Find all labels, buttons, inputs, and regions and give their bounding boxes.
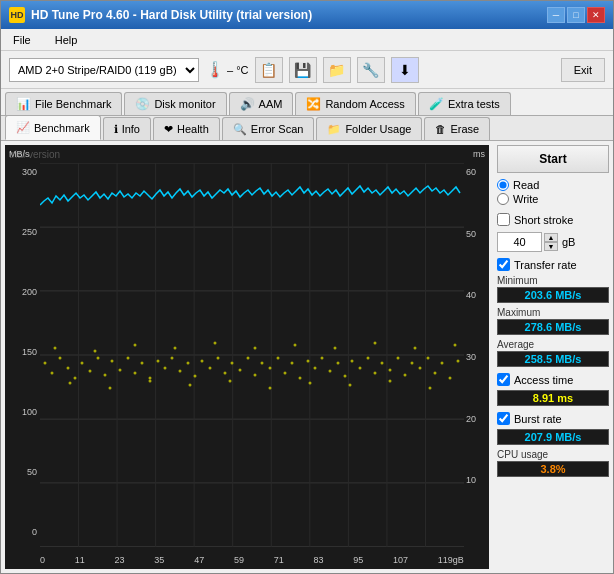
short-stroke-checkbox[interactable] xyxy=(497,213,510,226)
maximize-button[interactable]: □ xyxy=(567,7,585,23)
tab-error-scan[interactable]: 🔍 Error Scan xyxy=(222,117,315,140)
svg-point-65 xyxy=(404,374,407,377)
svg-point-70 xyxy=(441,362,444,365)
svg-point-46 xyxy=(261,362,264,365)
tab-erase[interactable]: 🗑 Erase xyxy=(424,117,490,140)
minimum-section: Minimum 203.6 MB/s xyxy=(497,275,609,303)
svg-point-72 xyxy=(457,360,460,363)
minimum-label: Minimum xyxy=(497,275,609,286)
svg-point-18 xyxy=(51,372,54,375)
read-label: Read xyxy=(513,179,539,191)
access-time-checkbox[interactable] xyxy=(497,373,510,386)
burst-rate-section: 207.9 MB/s xyxy=(497,429,609,445)
svg-point-76 xyxy=(174,347,177,350)
toolbar-btn-4[interactable]: 🔧 xyxy=(357,57,385,83)
title-bar: HD HD Tune Pro 4.60 - Hard Disk Utility … xyxy=(1,1,613,29)
svg-point-39 xyxy=(209,367,212,370)
tab-disk-monitor[interactable]: 💿 Disk monitor xyxy=(124,92,226,115)
svg-point-69 xyxy=(434,372,437,375)
menu-bar: File Help xyxy=(1,29,613,51)
svg-point-71 xyxy=(449,377,452,380)
cpu-usage-section: CPU usage 3.8% xyxy=(497,449,609,477)
drive-select[interactable]: AMD 2+0 Stripe/RAID0 (119 gB) xyxy=(9,58,199,82)
toolbar-btn-2[interactable]: 💾 xyxy=(289,57,317,83)
svg-point-26 xyxy=(111,360,114,363)
maximum-value: 278.6 MB/s xyxy=(497,319,609,335)
svg-point-44 xyxy=(247,357,250,360)
svg-point-91 xyxy=(349,384,352,387)
window-title: HD Tune Pro 4.60 - Hard Disk Utility (tr… xyxy=(31,8,312,22)
maximum-label: Maximum xyxy=(497,307,609,318)
tab-random-access[interactable]: 🔀 Random Access xyxy=(295,92,415,115)
transfer-rate-label: Transfer rate xyxy=(514,259,577,271)
exit-button[interactable]: Exit xyxy=(561,58,605,82)
short-stroke-label: Short stroke xyxy=(514,214,573,226)
svg-point-31 xyxy=(149,377,152,380)
toolbar-btn-1[interactable]: 📋 xyxy=(255,57,283,83)
svg-point-28 xyxy=(127,357,130,360)
svg-point-32 xyxy=(157,360,160,363)
svg-point-75 xyxy=(134,344,137,347)
y-axis-unit-right: ms xyxy=(473,149,485,159)
svg-point-84 xyxy=(69,382,72,385)
svg-point-24 xyxy=(97,357,100,360)
menu-help[interactable]: Help xyxy=(51,32,82,48)
toolbar-btn-3[interactable]: 📁 xyxy=(323,57,351,83)
write-radio[interactable] xyxy=(497,193,509,205)
svg-point-51 xyxy=(299,377,302,380)
burst-rate-checkbox[interactable] xyxy=(497,412,510,425)
tab-aam[interactable]: 🔊 AAM xyxy=(229,92,294,115)
svg-point-83 xyxy=(454,344,457,347)
toolbar-btn-5[interactable]: ⬇ xyxy=(391,57,419,83)
toolbar: AMD 2+0 Stripe/RAID0 (119 gB) 🌡️ – °C 📋 … xyxy=(1,51,613,89)
svg-point-78 xyxy=(254,347,257,350)
start-button[interactable]: Start xyxy=(497,145,609,173)
read-radio[interactable] xyxy=(497,179,509,191)
svg-point-48 xyxy=(277,357,280,360)
svg-point-85 xyxy=(109,387,112,390)
svg-point-59 xyxy=(359,367,362,370)
svg-point-52 xyxy=(307,360,310,363)
svg-point-53 xyxy=(314,367,317,370)
transfer-rate-checkbox[interactable] xyxy=(497,258,510,271)
tab-extra-tests[interactable]: 🧪 Extra tests xyxy=(418,92,511,115)
tabs-row2: 📈 Benchmark ℹ Info ❤ Health 🔍 Error Scan… xyxy=(1,115,613,141)
svg-point-89 xyxy=(269,387,272,390)
tab-health[interactable]: ❤ Health xyxy=(153,117,220,140)
maximum-section: Maximum 278.6 MB/s xyxy=(497,307,609,335)
tab-benchmark[interactable]: 📈 Benchmark xyxy=(5,115,101,140)
title-controls: ─ □ ✕ xyxy=(547,7,605,23)
close-button[interactable]: ✕ xyxy=(587,7,605,23)
spin-up-button[interactable]: ▲ xyxy=(544,233,558,242)
svg-point-68 xyxy=(427,357,430,360)
cpu-usage-value: 3.8% xyxy=(497,461,609,477)
spin-down-button[interactable]: ▼ xyxy=(544,242,558,251)
tab-folder-usage[interactable]: 📁 Folder Usage xyxy=(316,117,422,140)
svg-point-58 xyxy=(351,360,354,363)
title-bar-left: HD HD Tune Pro 4.60 - Hard Disk Utility … xyxy=(9,7,312,23)
svg-point-37 xyxy=(194,375,197,378)
svg-point-92 xyxy=(389,380,392,383)
menu-file[interactable]: File xyxy=(9,32,35,48)
svg-point-93 xyxy=(429,387,432,390)
tab-info[interactable]: ℹ Info xyxy=(103,117,151,140)
svg-point-29 xyxy=(134,372,137,375)
svg-point-56 xyxy=(337,362,340,365)
svg-point-45 xyxy=(254,374,257,377)
access-time-row: Access time xyxy=(497,373,609,386)
burst-rate-label: Burst rate xyxy=(514,413,562,425)
minimize-button[interactable]: ─ xyxy=(547,7,565,23)
svg-point-86 xyxy=(149,380,152,383)
svg-point-33 xyxy=(164,367,167,370)
tab-file-benchmark[interactable]: 📊 File Benchmark xyxy=(5,92,122,115)
write-label: Write xyxy=(513,193,538,205)
svg-point-74 xyxy=(94,350,97,353)
svg-point-55 xyxy=(329,370,332,373)
read-radio-row: Read xyxy=(497,179,609,191)
svg-point-57 xyxy=(344,375,347,378)
write-radio-row: Write xyxy=(497,193,609,205)
svg-point-20 xyxy=(67,367,70,370)
spinbox-input[interactable] xyxy=(497,232,542,252)
svg-point-19 xyxy=(59,357,62,360)
svg-point-42 xyxy=(231,362,234,365)
